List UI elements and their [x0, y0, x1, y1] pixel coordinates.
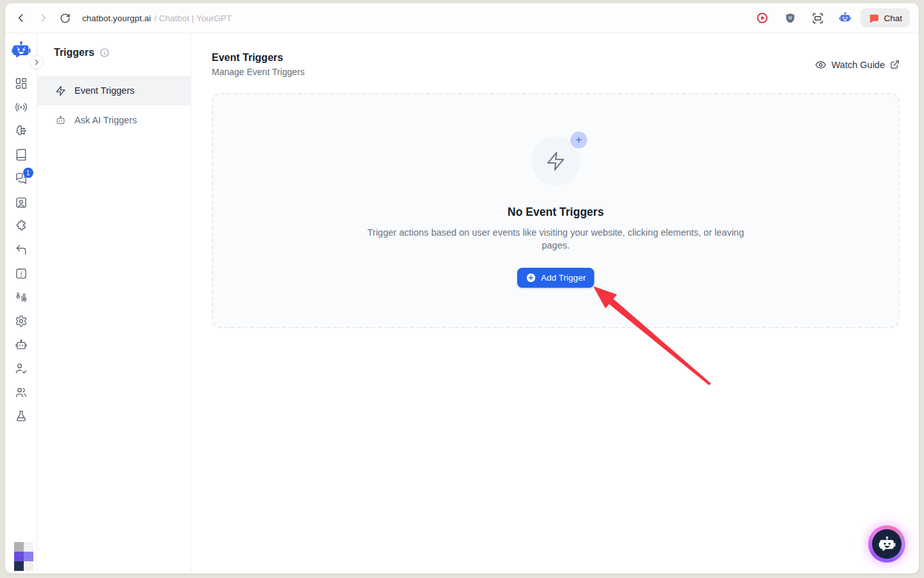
- broadcast-icon[interactable]: [15, 101, 28, 114]
- eye-icon: [815, 59, 826, 71]
- browser-toolbar: chatbot.yourgpt.ai/ Chatbot | YourGPT U …: [5, 3, 919, 33]
- panel-item-label: Event Triggers: [74, 85, 135, 96]
- knowledge-book-icon[interactable]: [15, 148, 28, 161]
- unread-count-badge: 1: [23, 168, 33, 178]
- info-icon[interactable]: [99, 48, 110, 58]
- corner-swatch-4: [14, 561, 24, 571]
- chatbot-icon[interactable]: [15, 338, 28, 351]
- add-trigger-button[interactable]: Add Trigger: [517, 268, 594, 288]
- settings-gear-icon[interactable]: [15, 315, 28, 328]
- triggers-panel: Triggers Event Triggers Ask AI Triggers: [37, 33, 191, 574]
- main-content: Event Triggers Manage Event Triggers Wat…: [191, 33, 919, 574]
- record-extension-icon[interactable]: [753, 8, 772, 28]
- screenshot-frame-icon[interactable]: [808, 8, 827, 28]
- agents-user-check-icon[interactable]: [15, 362, 28, 375]
- back-button[interactable]: [12, 8, 31, 28]
- panel-item-event-triggers[interactable]: Event Triggers: [37, 76, 191, 105]
- robot-extension-icon[interactable]: [835, 8, 855, 28]
- team-users-icon[interactable]: [15, 386, 28, 399]
- chatbot-widget-face: [872, 529, 902, 559]
- url-domain: chatbot.yourgpt.ai: [82, 13, 151, 23]
- url-page-title: / Chatbot | YourGPT: [154, 13, 232, 23]
- panel-item-label: Ask AI Triggers: [74, 115, 137, 125]
- yourgpt-logo[interactable]: [12, 40, 31, 60]
- empty-state-illustration: +: [531, 137, 580, 186]
- zap-icon: [55, 85, 66, 96]
- bot-icon: [55, 115, 66, 126]
- corner-swatch-0: [14, 542, 24, 552]
- chatbot-widget-button[interactable]: [868, 525, 905, 563]
- chats-icon-wrap[interactable]: 1: [15, 172, 28, 185]
- corner-swatch-3: [24, 552, 33, 561]
- empty-state-description: Trigger actions based on user events lik…: [363, 226, 748, 252]
- corner-color-swatches: [14, 542, 33, 571]
- plus-circle-icon: [526, 272, 536, 283]
- add-trigger-label: Add Trigger: [541, 273, 586, 283]
- corner-swatch-1: [24, 542, 33, 552]
- adblock-shield-icon[interactable]: U: [780, 8, 800, 28]
- panel-title: Triggers: [54, 47, 94, 58]
- icon-rail: 1 f: [5, 33, 37, 574]
- sidebar-collapse-button[interactable]: [30, 55, 44, 69]
- integrations-puzzle-icon[interactable]: [15, 220, 28, 232]
- corner-swatch-5: [24, 561, 33, 571]
- zap-icon: [545, 151, 566, 171]
- watch-guide-link[interactable]: Watch Guide: [815, 59, 900, 71]
- plus-badge: +: [570, 132, 587, 148]
- watch-guide-label: Watch Guide: [832, 60, 885, 70]
- ai-brain-icon[interactable]: [15, 125, 28, 137]
- browser-window: chatbot.yourgpt.ai/ Chatbot | YourGPT U …: [5, 3, 919, 574]
- external-link-icon: [890, 60, 900, 69]
- reload-button[interactable]: [55, 8, 74, 28]
- address-bar[interactable]: chatbot.yourgpt.ai/ Chatbot | YourGPT: [82, 13, 232, 23]
- empty-state-title: No Event Triggers: [508, 206, 604, 219]
- page-subtitle: Manage Event Triggers: [212, 66, 305, 78]
- panel-item-ask-ai-triggers[interactable]: Ask AI Triggers: [37, 105, 191, 135]
- chat-extension-button[interactable]: Chat: [860, 8, 910, 28]
- empty-state-card: + No Event Triggers Trigger actions base…: [212, 93, 900, 328]
- page-title: Event Triggers: [212, 51, 305, 64]
- share-reply-icon[interactable]: [15, 243, 28, 256]
- corner-swatch-2: [14, 552, 24, 561]
- forward-button[interactable]: [33, 8, 53, 28]
- shield-glyph: U: [789, 15, 792, 19]
- function-glyph: f: [20, 270, 22, 277]
- chat-bubble-icon: [868, 13, 879, 24]
- robot-face-icon: [878, 536, 896, 553]
- dashboard-icon[interactable]: [15, 77, 28, 90]
- chat-button-label: Chat: [884, 13, 902, 23]
- contacts-icon[interactable]: [15, 196, 28, 209]
- connections-cable-icon[interactable]: [15, 291, 28, 304]
- labs-flask-icon[interactable]: [15, 410, 28, 423]
- functions-icon[interactable]: f: [15, 267, 28, 280]
